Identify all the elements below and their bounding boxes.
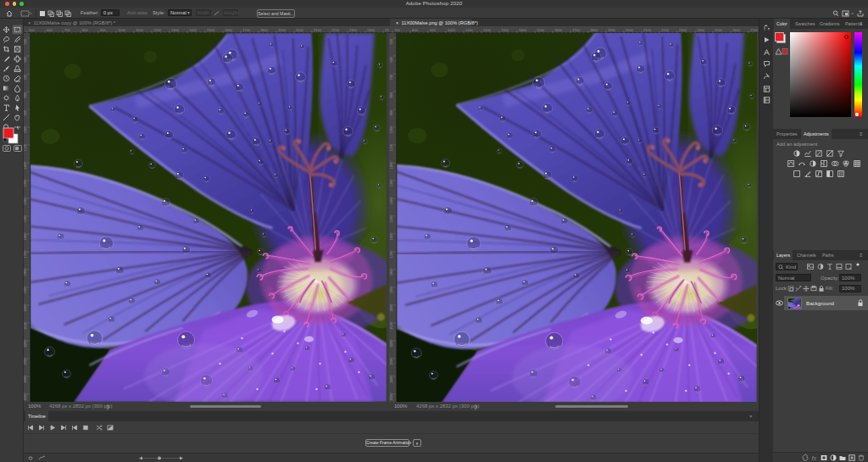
svg-text:2000: 2000 <box>296 28 304 32</box>
svg-text:1900: 1900 <box>608 28 616 32</box>
svg-text:1000: 1000 <box>448 28 456 32</box>
svg-text:1400: 1400 <box>24 197 27 205</box>
svg-text:1100: 1100 <box>465 28 473 32</box>
svg-text:1600: 1600 <box>225 28 233 32</box>
svg-text:900: 900 <box>100 28 106 32</box>
svg-text:1800: 1800 <box>24 268 27 276</box>
svg-text:2100: 2100 <box>389 321 393 330</box>
svg-text:1900: 1900 <box>278 28 287 32</box>
svg-text:1700: 1700 <box>24 250 27 259</box>
svg-text:2100: 2100 <box>643 28 652 32</box>
svg-text:500: 500 <box>24 38 27 44</box>
svg-text:2200: 2200 <box>661 28 670 32</box>
svg-text:2600: 2600 <box>732 28 741 32</box>
svg-text:2500: 2500 <box>389 392 393 401</box>
svg-text:1800: 1800 <box>389 268 393 276</box>
svg-text:700: 700 <box>394 28 400 32</box>
svg-text:1500: 1500 <box>24 214 27 223</box>
svg-text:1400: 1400 <box>519 28 527 32</box>
svg-text:800: 800 <box>389 92 393 97</box>
svg-text:1700: 1700 <box>242 28 251 32</box>
svg-text:1400: 1400 <box>189 28 198 32</box>
svg-text:900: 900 <box>24 109 27 115</box>
svg-text:2100: 2100 <box>24 321 27 330</box>
svg-text:1300: 1300 <box>501 28 509 32</box>
svg-text:2500: 2500 <box>24 392 27 401</box>
svg-text:700: 700 <box>24 74 27 80</box>
svg-text:1600: 1600 <box>554 28 563 32</box>
svg-text:1100: 1100 <box>24 143 27 151</box>
svg-text:1600: 1600 <box>24 232 27 241</box>
svg-text:2300: 2300 <box>24 357 27 365</box>
svg-text:1000: 1000 <box>118 28 126 32</box>
svg-text:1200: 1200 <box>24 161 27 170</box>
svg-text:fx: fx <box>812 455 817 461</box>
svg-text:2300: 2300 <box>349 28 358 32</box>
svg-text:1500: 1500 <box>389 214 393 223</box>
svg-text:800: 800 <box>82 28 88 32</box>
svg-text:2400: 2400 <box>389 375 393 383</box>
svg-text:2400: 2400 <box>367 28 376 32</box>
svg-text:1200: 1200 <box>389 161 393 170</box>
svg-text:2000: 2000 <box>389 303 393 312</box>
svg-text:2700: 2700 <box>750 28 759 32</box>
svg-text:1000: 1000 <box>24 125 27 134</box>
svg-text:500: 500 <box>29 28 35 32</box>
svg-text:1500: 1500 <box>207 28 215 32</box>
svg-text:900: 900 <box>430 28 436 32</box>
svg-text:1600: 1600 <box>389 232 393 241</box>
svg-text:1900: 1900 <box>24 286 27 294</box>
svg-text:700: 700 <box>389 74 393 80</box>
svg-text:800: 800 <box>412 28 418 32</box>
svg-text:2300: 2300 <box>679 28 687 32</box>
svg-text:2200: 2200 <box>331 28 340 32</box>
svg-text:2300: 2300 <box>389 357 393 365</box>
svg-text:2000: 2000 <box>24 303 27 312</box>
svg-text:600: 600 <box>389 56 393 62</box>
svg-text:1800: 1800 <box>590 28 598 32</box>
svg-text:900: 900 <box>389 109 393 115</box>
svg-text:1500: 1500 <box>537 28 545 32</box>
svg-text:2200: 2200 <box>24 339 27 348</box>
svg-text:2500: 2500 <box>715 28 723 32</box>
svg-text:2100: 2100 <box>314 28 322 32</box>
svg-text:1200: 1200 <box>153 28 162 32</box>
svg-text:1700: 1700 <box>389 250 393 259</box>
svg-text:500: 500 <box>389 38 393 44</box>
svg-text:1400: 1400 <box>389 197 393 205</box>
svg-text:1100: 1100 <box>389 143 393 151</box>
svg-text:1700: 1700 <box>572 28 581 32</box>
svg-text:600: 600 <box>47 28 53 32</box>
svg-text:800: 800 <box>24 92 27 97</box>
svg-text:1000: 1000 <box>389 125 393 134</box>
svg-text:2400: 2400 <box>24 375 27 383</box>
svg-text:2400: 2400 <box>697 28 705 32</box>
svg-text:1300: 1300 <box>389 179 393 187</box>
svg-text:600: 600 <box>24 56 27 62</box>
svg-text:1800: 1800 <box>260 28 269 32</box>
svg-text:700: 700 <box>64 28 70 32</box>
svg-text:1300: 1300 <box>171 28 180 32</box>
svg-text:2200: 2200 <box>389 339 393 348</box>
svg-text:1200: 1200 <box>483 28 492 32</box>
svg-text:2000: 2000 <box>626 28 634 32</box>
svg-text:1100: 1100 <box>136 28 143 32</box>
svg-text:1300: 1300 <box>24 179 27 187</box>
svg-text:1900: 1900 <box>389 286 393 294</box>
